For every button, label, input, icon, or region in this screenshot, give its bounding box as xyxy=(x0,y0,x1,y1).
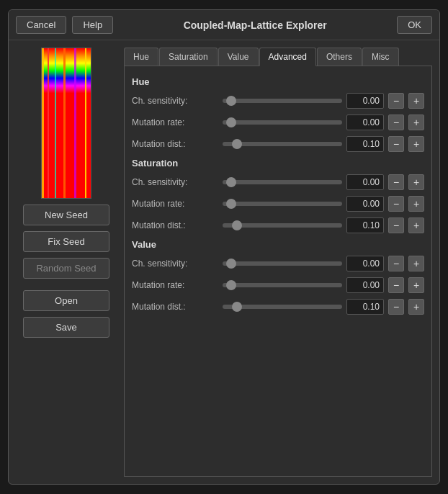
sat-ch-sensitivity-minus[interactable]: − xyxy=(388,174,404,190)
save-button[interactable]: Save xyxy=(23,317,109,338)
hue-mutation-rate-row: Mutation rate: − + xyxy=(132,114,424,130)
fix-seed-button[interactable]: Fix Seed xyxy=(23,231,109,252)
dialog: Cancel Help Coupled-Map-Lattice Explorer… xyxy=(8,9,440,485)
val-ch-sensitivity-plus[interactable]: + xyxy=(408,256,424,271)
right-panel: Hue Saturation Value Advanced Others Mis… xyxy=(124,48,432,477)
hue-mutation-dist-slider[interactable] xyxy=(223,142,342,146)
tab-saturation[interactable]: Saturation xyxy=(159,48,218,66)
preview-image xyxy=(41,48,91,199)
main-content: New Seed Fix Seed Random Seed Open Save … xyxy=(9,40,439,484)
tab-misc[interactable]: Misc xyxy=(362,48,399,66)
sat-mutation-rate-label: Mutation rate: xyxy=(132,199,218,209)
hue-mutation-rate-label: Mutation rate: xyxy=(132,117,218,127)
value-section-title: Value xyxy=(132,239,424,250)
val-mutation-dist-row: Mutation dist.: − + xyxy=(132,299,424,315)
hue-mutation-rate-plus[interactable]: + xyxy=(408,114,424,130)
hue-ch-sensitivity-thumb[interactable] xyxy=(226,96,236,106)
file-buttons: Open Save xyxy=(23,290,109,338)
hue-ch-sensitivity-label: Ch. sensitivity: xyxy=(132,96,218,106)
val-mutation-rate-minus[interactable]: − xyxy=(388,277,404,293)
sat-mutation-dist-plus[interactable]: + xyxy=(408,217,424,233)
val-mutation-rate-input[interactable] xyxy=(346,277,384,293)
hue-mutation-dist-input[interactable] xyxy=(346,136,384,152)
hue-mutation-rate-thumb[interactable] xyxy=(226,117,236,127)
sat-mutation-dist-thumb[interactable] xyxy=(232,220,242,230)
hue-mutation-dist-minus[interactable]: − xyxy=(388,136,404,152)
tabs: Hue Saturation Value Advanced Others Mis… xyxy=(124,48,432,66)
val-ch-sensitivity-label: Ch. sensitivity: xyxy=(132,259,218,269)
title-bar: Cancel Help Coupled-Map-Lattice Explorer… xyxy=(9,10,439,40)
hue-mutation-rate-slider[interactable] xyxy=(223,120,342,125)
hue-mutation-dist-label: Mutation dist.: xyxy=(132,139,218,149)
new-seed-button[interactable]: New Seed xyxy=(23,205,109,225)
sat-mutation-dist-row: Mutation dist.: − + xyxy=(132,217,424,233)
sat-mutation-rate-input[interactable] xyxy=(346,196,384,212)
open-button[interactable]: Open xyxy=(23,290,109,311)
sat-ch-sensitivity-label: Ch. sensitivity: xyxy=(132,177,218,187)
sat-mutation-dist-input[interactable] xyxy=(346,217,384,233)
hue-mutation-dist-plus[interactable]: + xyxy=(408,136,424,152)
panel-content: Hue Ch. sensitivity: − + Mutation rate: xyxy=(124,66,432,477)
val-ch-sensitivity-input[interactable] xyxy=(346,256,384,271)
val-ch-sensitivity-minus[interactable]: − xyxy=(388,256,404,271)
sat-mutation-rate-thumb[interactable] xyxy=(226,199,236,209)
val-mutation-dist-label: Mutation dist.: xyxy=(132,302,218,312)
val-mutation-rate-label: Mutation rate: xyxy=(132,280,218,290)
sat-ch-sensitivity-thumb[interactable] xyxy=(226,177,236,187)
hue-mutation-dist-thumb[interactable] xyxy=(232,139,242,149)
hue-mutation-rate-minus[interactable]: − xyxy=(388,114,404,130)
tab-advanced[interactable]: Advanced xyxy=(259,48,316,66)
sat-ch-sensitivity-row: Ch. sensitivity: − + xyxy=(132,174,424,190)
val-mutation-rate-plus[interactable]: + xyxy=(408,277,424,293)
sat-mutation-rate-slider[interactable] xyxy=(223,202,342,206)
hue-ch-sensitivity-input[interactable] xyxy=(346,93,384,109)
val-ch-sensitivity-slider[interactable] xyxy=(223,261,342,266)
val-mutation-dist-slider[interactable] xyxy=(223,305,342,309)
sat-mutation-rate-minus[interactable]: − xyxy=(388,196,404,212)
hue-mutation-rate-input[interactable] xyxy=(346,114,384,130)
tab-others[interactable]: Others xyxy=(317,48,362,66)
sat-mutation-dist-minus[interactable]: − xyxy=(388,217,404,233)
sat-ch-sensitivity-plus[interactable]: + xyxy=(408,174,424,190)
val-mutation-rate-thumb[interactable] xyxy=(226,280,236,290)
val-mutation-rate-slider[interactable] xyxy=(223,283,342,287)
val-ch-sensitivity-thumb[interactable] xyxy=(226,259,236,269)
hue-ch-sensitivity-minus[interactable]: − xyxy=(388,93,404,109)
help-button[interactable]: Help xyxy=(72,16,113,34)
hue-ch-sensitivity-slider[interactable] xyxy=(223,99,342,103)
val-mutation-dist-plus[interactable]: + xyxy=(408,299,424,315)
sat-ch-sensitivity-slider[interactable] xyxy=(223,180,342,184)
hue-section-title: Hue xyxy=(132,76,424,87)
cancel-button[interactable]: Cancel xyxy=(16,16,66,34)
hue-mutation-dist-row: Mutation dist.: − + xyxy=(132,136,424,152)
sat-mutation-dist-label: Mutation dist.: xyxy=(132,220,218,230)
sat-ch-sensitivity-input[interactable] xyxy=(346,174,384,190)
val-mutation-rate-row: Mutation rate: − + xyxy=(132,277,424,293)
dialog-title: Coupled-Map-Lattice Explorer xyxy=(119,19,391,31)
val-ch-sensitivity-row: Ch. sensitivity: − + xyxy=(132,256,424,271)
ok-button[interactable]: OK xyxy=(397,16,432,34)
hue-ch-sensitivity-row: Ch. sensitivity: − + xyxy=(132,93,424,109)
tab-value[interactable]: Value xyxy=(218,48,259,66)
tab-hue[interactable]: Hue xyxy=(124,48,158,66)
sat-mutation-rate-plus[interactable]: + xyxy=(408,196,424,212)
saturation-section-title: Saturation xyxy=(132,158,424,169)
val-mutation-dist-minus[interactable]: − xyxy=(388,299,404,315)
val-mutation-dist-thumb[interactable] xyxy=(232,302,242,312)
sat-mutation-rate-row: Mutation rate: − + xyxy=(132,196,424,212)
val-mutation-dist-input[interactable] xyxy=(346,299,384,315)
sat-mutation-dist-slider[interactable] xyxy=(223,223,342,228)
hue-ch-sensitivity-plus[interactable]: + xyxy=(408,93,424,109)
random-seed-button[interactable]: Random Seed xyxy=(23,258,109,279)
left-panel: New Seed Fix Seed Random Seed Open Save xyxy=(16,48,117,477)
